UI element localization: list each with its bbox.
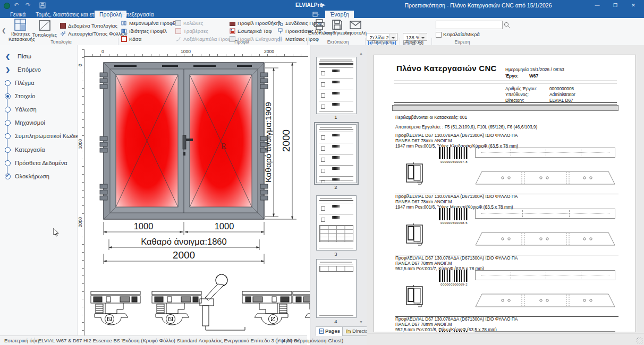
columns-label: Κολώνες: [183, 20, 203, 26]
doc-section-4: ΠροφίλELVIAL D67 130.078ΑΔΑ (D671300A) Ι…: [395, 316, 618, 332]
tab-preview-start[interactable]: Έναρξη: [325, 11, 354, 18]
group-label-view: Προβολή: [400, 39, 429, 45]
doc-project-label: Έργο:: [505, 73, 519, 79]
back-button[interactable]: Πίσω: [18, 53, 31, 59]
transoms-button: Τραβέρσες: [175, 28, 208, 34]
internal-tees-icon: [230, 28, 235, 34]
redo-icon[interactable]: ↷: [26, 2, 30, 8]
construction-properties-button[interactable]: Ιδιότητες Κατασκευής: [9, 19, 33, 42]
construction-properties-label-1: Ιδιότητες: [11, 31, 30, 37]
thumbnail-label-2: 2: [316, 184, 355, 190]
pointer-icon: [320, 2, 326, 8]
maximize-button[interactable]: ❐: [609, 0, 622, 11]
tab-pages[interactable]: Pages: [316, 326, 344, 336]
thumb-scroll-down-icon[interactable]: ▼: [359, 320, 363, 324]
sidebar-step-glazing[interactable]: Υάλωση: [15, 106, 37, 113]
match-case-checkbox[interactable]: [436, 32, 442, 38]
sidebar-step-grid[interactable]: Πλέγμα: [15, 80, 35, 86]
thumbnail-page-1[interactable]: [316, 57, 357, 114]
cross-section-drawings: [91, 274, 310, 330]
statusbar: Εσωτερική όψη ELVIAL W67 & D67 HI2 Essen…: [0, 335, 307, 345]
typologies-button[interactable]: Τυπολογίες: [32, 19, 57, 38]
sidebar-step-element[interactable]: Στοιχείο: [15, 93, 35, 99]
ribbon: ❮ Ιδιότητες Κατασκευής Τυπολογίες Δεδομέ…: [0, 18, 644, 46]
construction-properties-label-2: Κατασκευής: [9, 37, 35, 42]
page-thumbnail-panel: ▲ 1 2 3 4 ▼ Pages Directory: [310, 45, 367, 345]
machining-bar-bottom: [475, 294, 615, 307]
addition-profiles-label: Προφίλ Προσθήκης: [238, 20, 282, 26]
doc-project-value: W67: [529, 73, 538, 79]
thumbnail-page-3[interactable]: [316, 195, 357, 251]
sidebar-step-additional-data[interactable]: Πρόσθετα Δεδομένα: [15, 160, 67, 166]
group-label-navigation: Πλοήγηση: [365, 39, 399, 45]
doc-project-no-label: Αριθμός Έργου:: [505, 86, 537, 91]
slanted-curved-icon: [175, 36, 181, 42]
sidebar-step-supplementary-codes[interactable]: Συμπληρωματικοί Κωδικοί: [15, 133, 83, 139]
thumbnail-page-4[interactable]: [316, 259, 357, 318]
print-preview-area[interactable]: Πλάνο Κατεργασιών CNC Ημερομηνία 15/1/20…: [367, 45, 644, 345]
doc-project-no-value: 0000000005: [549, 86, 574, 91]
step-dot-completion[interactable]: [5, 174, 11, 179]
machining-bar-top: [475, 331, 615, 332]
doc-section-1: ΠροφίλELVIAL D67 130.078ΑΔΑ (D671300A) Ι…: [395, 133, 618, 194]
profile-cross-section-icon: [405, 222, 425, 246]
back-chevron-icon: ❮: [5, 53, 10, 60]
window-drawing[interactable]: R Καθαρό άνοιγμα:1909 2000 1000 1000 Καθ…: [84, 45, 310, 335]
doc-manager-value: Administrator: [549, 92, 575, 97]
machining-bar-bottom: [475, 232, 615, 246]
typology-data-button[interactable]: Δεδομένα Τυπολογίας: [60, 22, 117, 29]
window-resize-grip[interactable]: [637, 338, 642, 343]
function-leaf-type-label: Λειτουργία/Τύπος Φύλλων: [68, 31, 128, 37]
ribbon-collapse-icon[interactable]: ❮: [2, 28, 6, 33]
step-dot-machining[interactable]: [5, 147, 11, 153]
doc-gray-bar: [392, 105, 618, 111]
machining-bar-bottom: [475, 171, 615, 185]
doc-title: Πλάνο Κατεργασιών CNC: [396, 66, 497, 71]
search-icon[interactable]: [504, 22, 510, 28]
vruler-2000: 2000: [78, 217, 83, 227]
close-button[interactable]: ✕: [627, 0, 640, 11]
function-leaf-type-button[interactable]: Λειτουργία/Τύπος Φύλλων: [60, 30, 128, 37]
app-menu-icon[interactable]: [4, 3, 10, 9]
sidebar-step-machining[interactable]: Κατεργασία: [15, 146, 45, 153]
send-button[interactable]: Αποστολή: [343, 19, 368, 36]
step-dot-additional-data[interactable]: [5, 160, 11, 166]
doc-rule-1: [394, 81, 617, 83]
profile-connections-icon: [277, 20, 283, 26]
addition-profiles-icon: [230, 22, 235, 26]
sidebar-step-completion[interactable]: Ολοκλήρωση: [15, 173, 49, 179]
individual-profiles-button[interactable]: Μεμονωμένα Προφίλ: [121, 20, 176, 27]
frame-button[interactable]: Κάσα: [121, 36, 141, 42]
match-case-label: Κεφαλαία/Μικρά: [443, 31, 480, 37]
step-dot-element[interactable]: [5, 93, 11, 99]
group-label-profile: Προφίλ: [213, 39, 271, 45]
search-input[interactable]: [436, 21, 503, 29]
step-dot-supplementary-codes[interactable]: [5, 133, 11, 139]
internal-tees-label: Εσωτερικά Ταφ: [238, 28, 272, 34]
doc-section-3: ΠροφίλELVIAL D67 130.078ΑΔΑ (D671300A) Ι…: [395, 255, 618, 317]
tab-edit[interactable]: Επεξεργασία: [117, 11, 159, 18]
doc-includes: Περιλαμβάνονται οι Κατασκευές: 001: [395, 115, 467, 120]
minimize-button[interactable]: —: [591, 0, 604, 11]
step-dot-mechanisms[interactable]: [5, 120, 11, 126]
barcode-number: 000000500067-8: [439, 159, 469, 165]
dim-right-width: 1000: [215, 221, 234, 231]
sidebar-step-mechanisms[interactable]: Μηχανισμοί: [15, 119, 45, 126]
tab-general[interactable]: Γενικά: [5, 11, 30, 18]
save-quick-icon[interactable]: [39, 2, 46, 8]
step-dot-grid[interactable]: [5, 80, 11, 86]
thumb-scroll-up-icon[interactable]: ▲: [359, 51, 363, 55]
addition-profiles-button[interactable]: Προφίλ Προσθήκης: [230, 20, 282, 27]
envelope-icon: [350, 20, 361, 30]
transoms-label: Τραβέρσες: [183, 28, 208, 34]
preview-menu-icon[interactable]: [312, 12, 320, 17]
pages-icon: [319, 329, 324, 334]
profile-cross-section-icon: [405, 161, 425, 185]
profile-properties-button[interactable]: Ιδιότητες Προφίλ: [121, 28, 167, 34]
thumbnail-page-2[interactable]: [316, 124, 357, 183]
preview-horizontal-scrollbar[interactable]: [367, 333, 644, 333]
internal-tees-button[interactable]: Εσωτερικά Ταφ: [230, 28, 272, 34]
step-dot-glazing[interactable]: [5, 107, 11, 113]
undo-icon[interactable]: ↶: [14, 2, 19, 8]
next-button[interactable]: Επόμενο: [18, 66, 41, 73]
